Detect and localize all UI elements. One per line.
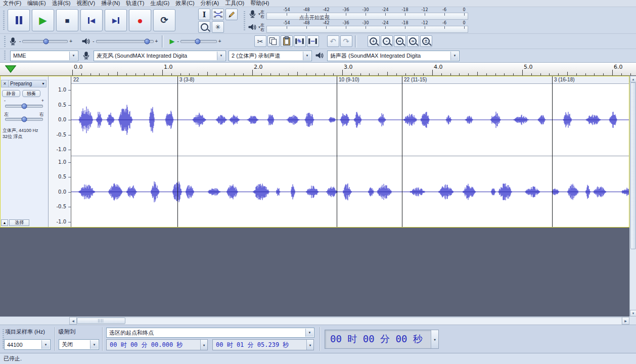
clip-title-strip[interactable]: 223 (3-8)10 (9-10)22 (11-15)3 (16-18) — [71, 76, 629, 84]
copy-button[interactable] — [267, 35, 280, 47]
selection-tool-button[interactable]: I — [198, 9, 210, 20]
zoom-toggle-button[interactable]: ± — [420, 35, 432, 47]
menu-item-11[interactable]: 帮助(H) — [247, 0, 272, 7]
menu-item-10[interactable]: 工具(O) — [222, 0, 247, 7]
chevron-down-icon[interactable]: ▼ — [41, 340, 50, 349]
toolbar-grip[interactable] — [244, 11, 245, 30]
slider-thumb[interactable] — [21, 117, 27, 122]
chevron-down-icon[interactable]: ▼ — [303, 52, 311, 60]
menu-item-5[interactable]: 播录(N) — [98, 0, 123, 7]
menu-item-9[interactable]: 分析(A) — [198, 0, 222, 7]
menu-item-2[interactable]: 编辑(E) — [24, 0, 49, 7]
input-device-select[interactable]: 麦克风 (SoundMAX Integrated Digita▼ — [94, 51, 226, 61]
fit-project-button[interactable]: ≈ — [407, 35, 419, 47]
slider-thumb[interactable] — [43, 38, 49, 44]
horizontal-scroll-track[interactable] — [77, 317, 622, 325]
chevron-down-icon[interactable]: ▼ — [431, 330, 438, 348]
zoom-out-button[interactable]: - — [381, 35, 393, 47]
loop-button[interactable]: ⟳ — [153, 9, 175, 31]
selection-mode-select[interactable]: 选区的起点和终点▼ — [106, 328, 314, 338]
mute-button[interactable]: 静音 — [2, 90, 20, 97]
solo-button[interactable]: 独奏 — [22, 90, 40, 97]
slider-thumb[interactable] — [195, 38, 201, 44]
track-collapse-button[interactable]: ▲ — [1, 219, 8, 226]
cut-button[interactable]: ✂ — [254, 35, 266, 47]
chevron-down-icon[interactable]: ▼ — [90, 340, 98, 349]
play-meter-bar[interactable] — [266, 26, 468, 33]
toolbar-grip[interactable] — [4, 51, 6, 61]
snap-select[interactable]: 关闭▼ — [59, 339, 99, 350]
trim-button[interactable] — [294, 35, 306, 47]
envelope-tool-button[interactable] — [212, 9, 224, 20]
host-select[interactable]: MME▼ — [10, 51, 78, 61]
track-control-panel[interactable]: × Preparing ▼ 静音 独奏 - + 左 右 立体声, 44100 H… — [0, 76, 49, 228]
toolbar-grip[interactable] — [4, 36, 6, 47]
menu-item-6[interactable]: 轨道(T) — [123, 0, 147, 7]
record-meter-bar[interactable]: 点击开始监视 — [266, 13, 468, 20]
track-menu-icon[interactable]: ▼ — [41, 82, 46, 85]
project-rate-select[interactable]: 44100▼ — [4, 339, 51, 350]
chevron-down-icon[interactable]: ▼ — [306, 340, 313, 350]
skip-to-end-button[interactable]: ▶ — [105, 9, 127, 31]
vertical-scale-ruler[interactable]: 1.00.50.0-0.5-1.0 1.00.50.0-0.5-1.0 — [49, 76, 71, 228]
slider-thumb[interactable] — [145, 38, 150, 44]
multi-tool-button[interactable]: ✳ — [212, 21, 224, 33]
big-time-display[interactable]: 00 时 00 分 00 秒▼ — [325, 330, 439, 349]
skip-to-start-button[interactable]: ◀ — [80, 9, 103, 31]
track-title-bar[interactable]: × Preparing ▼ — [1, 80, 47, 87]
zoom-tool-button[interactable] — [198, 21, 210, 33]
vertical-scroll-thumb[interactable] — [630, 82, 636, 249]
draw-tool-button[interactable] — [225, 9, 238, 20]
menu-item-4[interactable]: 视图(V) — [73, 0, 98, 7]
pause-button[interactable] — [8, 9, 30, 31]
menu-item-8[interactable]: 效果(C) — [172, 0, 197, 7]
track-name[interactable]: Preparing — [9, 81, 41, 86]
scroll-up-icon[interactable]: ▲ — [630, 76, 636, 82]
horizontal-scroll-thumb[interactable] — [77, 317, 125, 324]
selection-end-field[interactable]: 00 时 01 分 05.239 秒▼ — [212, 339, 314, 350]
horizontal-scrollbar[interactable]: ◀ ▶ — [0, 316, 636, 325]
vertical-scrollbar[interactable]: ▲ ▼ — [629, 76, 636, 316]
timeline-ruler[interactable]: 0.01.02.03.04.05.06.0 — [0, 63, 636, 76]
recording-meter[interactable]: ▼ 左右 -54-48-42-36-30-24-18-12-60 点击开始监视 — [247, 8, 470, 20]
stop-button[interactable]: ■ — [56, 9, 78, 31]
waveform-right-channel[interactable] — [71, 156, 629, 228]
waveform-left-channel[interactable] — [71, 84, 629, 156]
play-at-speed-icon[interactable]: ▶ — [169, 38, 174, 44]
slider-thumb[interactable] — [21, 104, 27, 109]
menu-item-1[interactable]: 文件(F) — [0, 0, 24, 7]
redo-button[interactable]: ↷ — [340, 35, 352, 47]
silence-button[interactable] — [307, 35, 319, 47]
scroll-down-icon[interactable]: ▼ — [630, 310, 636, 316]
chevron-down-icon[interactable]: ▼ — [217, 52, 225, 60]
playback-meter[interactable]: ▼ 左右 -54-48-42-36-30-24-18-12-60 — [247, 21, 470, 33]
track-select-button[interactable]: 选择 — [9, 219, 29, 226]
chevron-down-icon[interactable]: ▼ — [305, 329, 313, 337]
output-volume-slider[interactable] — [96, 40, 154, 43]
timeline-options-icon[interactable] — [5, 65, 16, 73]
track-info: 立体声, 44100 Hz 32位 浮点 — [3, 127, 38, 140]
chevron-down-icon[interactable]: ▼ — [450, 52, 459, 60]
undo-button[interactable]: ↶ — [327, 35, 339, 47]
scroll-left-icon[interactable]: ◀ — [69, 317, 77, 325]
paste-button[interactable] — [281, 35, 293, 47]
menu-item-7[interactable]: 生成(G) — [147, 0, 172, 7]
gain-slider[interactable]: - + — [3, 99, 45, 109]
scroll-right-icon[interactable]: ▶ — [622, 317, 629, 325]
input-volume-slider[interactable] — [22, 40, 68, 43]
zoom-in-button[interactable]: + — [368, 35, 380, 47]
menu-item-3[interactable]: 选择(S) — [49, 0, 74, 7]
toolbar-grip[interactable] — [3, 11, 5, 30]
output-device-select[interactable]: 扬声器 (SoundMAX Integrated Digita▼ — [327, 51, 460, 61]
waveform-area[interactable]: 223 (3-8)10 (9-10)22 (11-15)3 (16-18) — [71, 76, 629, 228]
fit-sel-button[interactable]: ↔ — [394, 35, 406, 47]
record-button[interactable]: ● — [129, 9, 151, 31]
chevron-down-icon[interactable]: ▼ — [200, 340, 207, 350]
play-speed-slider[interactable] — [180, 40, 217, 43]
selection-start-field[interactable]: 00 时 00 分 00.000 秒▼ — [106, 339, 208, 350]
track-close-button[interactable]: × — [2, 80, 9, 87]
input-channels-select[interactable]: 2 (立体声) 录制声道▼ — [229, 51, 312, 61]
chevron-down-icon[interactable]: ▼ — [69, 52, 77, 60]
pan-slider[interactable]: 左 右 — [3, 112, 45, 122]
play-button[interactable]: ▶ — [32, 9, 54, 31]
